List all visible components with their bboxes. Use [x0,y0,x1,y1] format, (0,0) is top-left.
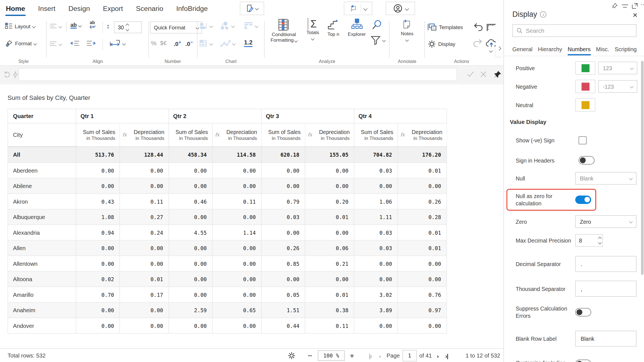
ribbon-expand-button[interactable] [496,40,502,57]
info-icon[interactable]: i [540,11,546,18]
first-page-button[interactable]: |‹ [369,349,372,362]
measure-header-sales[interactable]: Sum of Salesin Thousands [169,123,212,147]
positive-color-button[interactable] [575,61,595,75]
layout-button[interactable]: Layout [5,23,35,30]
panel-tab-general[interactable]: General [512,46,532,55]
decimal-display-button[interactable]: 1.2 [244,39,252,47]
table-row[interactable]: Abilene0.000.000.000.000.000.000.000.00 [8,178,447,194]
blank-row-input[interactable]: Blank [575,331,636,347]
measure-header-sales[interactable]: Sum of Salesin Thousands [354,123,398,147]
stepper-up-icon[interactable] [598,237,602,240]
panel-filter-lines-icon[interactable] [622,4,628,8]
conditional-formatting-button[interactable]: Conditional Formatting [266,18,302,43]
pivot-table[interactable]: QuarterQtr 1Qtr 2Qtr 3Qtr 4CitySum of Sa… [8,109,447,334]
panel-tab-hierarchy[interactable]: Hierarchy [538,46,562,55]
currency-format-button[interactable]: $€ [160,39,167,46]
add-comment-button[interactable] [344,2,372,15]
table-row[interactable]: Andover0.000.000.000.000.440.110.000.00 [8,318,447,333]
formula-cancel-icon[interactable] [480,71,486,77]
search-data-button[interactable] [371,19,382,30]
panel-more-icon[interactable]: ⋯ [641,1,644,8]
table-row[interactable]: Altoona0.020.010.000.000.000.000.000.00 [8,271,447,287]
panel-popout-icon[interactable] [632,3,638,9]
measure-header-sales[interactable]: Sum of Salesin Thousands [261,123,305,147]
stepper-up-icon[interactable] [126,24,129,27]
panel-tab-scripting[interactable]: Scripting [615,46,637,55]
panel-tab-numbers[interactable]: Numbers [568,46,591,55]
table-row[interactable]: Allen0.000.000.000.000.260.060.030.01 [8,240,447,256]
ruler-button[interactable] [486,23,496,32]
formula-input[interactable] [18,68,457,81]
hierarchy-chart-button[interactable] [221,22,234,30]
formula-confirm-icon[interactable] [467,71,474,77]
zoom-in-button[interactable]: + [350,349,354,362]
format-button[interactable]: Format [5,39,36,48]
account-button[interactable] [386,2,415,15]
top-n-button[interactable]: Top n [324,18,343,37]
horizontal-align-button[interactable] [49,41,61,47]
next-page-button[interactable]: › [437,349,439,362]
measure-header-depreciation[interactable]: fxDepreciationin Thousands [398,123,447,147]
status-settings-button[interactable] [288,349,296,362]
menu-tab-design[interactable]: Design [68,4,90,13]
increase-indent-button[interactable] [86,40,96,47]
text-direction-button[interactable]: ab [70,22,81,29]
increase-decimal-button[interactable]: .0+ [174,39,181,47]
stepper-down-icon[interactable] [126,27,129,31]
quarter-header[interactable]: Qtr 4 [354,109,447,123]
table-row[interactable]: Albuquerque1.080.270.000.000.030.011.110… [8,209,447,225]
panel-scrollbar[interactable] [641,61,644,275]
panel-tab-misc[interactable]: Misc. [596,46,609,55]
positive-format-dropdown[interactable]: 123 [598,62,638,74]
percent-format-button[interactable]: % [151,39,157,47]
negative-format-dropdown[interactable]: -123 [598,80,638,93]
suppress-errors-toggle[interactable] [575,308,591,316]
table-row[interactable]: Amarillo0.700.170.000.000.050.013.020.76 [8,287,447,302]
explorer-button[interactable]: Explorer [345,18,369,37]
chevron-down-icon[interactable] [489,49,493,52]
panel-search-box[interactable]: Search [512,24,636,37]
menu-tab-export[interactable]: Export [103,4,124,13]
filter-button[interactable] [371,35,385,45]
zoom-out-button[interactable]: − [308,349,312,362]
prev-page-button[interactable]: ‹ [379,349,381,362]
notes-button[interactable]: Notes [391,18,423,42]
edit-mode-button[interactable] [240,2,264,15]
table-row[interactable]: Allentown0.000.000.000.000.850.210.000.0… [8,256,447,271]
customize-indian-toggle[interactable] [575,360,591,362]
bar-chart-button[interactable] [200,22,212,30]
formula-flash-icon[interactable] [13,71,18,79]
menu-tab-home[interactable]: Home [6,4,26,13]
panel-pin-icon[interactable] [612,3,618,9]
quarter-header[interactable]: Qtr 3 [261,109,354,123]
last-page-button[interactable]: ›| [445,349,448,362]
table-row[interactable]: All513.76128.44458.34114.58620.18155.057… [8,147,447,163]
quick-format-dropdown[interactable]: Quick Format [150,22,202,34]
table-row[interactable]: Alexandria0.940.244.551.140.000.000.030.… [8,225,447,240]
totals-button[interactable]: Σ Totals [304,18,322,41]
measure-header-depreciation[interactable]: fxDepreciationin Thousands [212,123,262,147]
quarter-header[interactable]: Qtr 1 [76,109,169,123]
thousand-separator-input[interactable]: , [575,281,636,297]
measure-header-depreciation[interactable]: fxDepreciationin Thousands [120,123,169,147]
show-neg-sign-checkbox[interactable] [579,136,587,144]
panel-close-icon[interactable]: ✕ [633,11,638,19]
decimal-separator-input[interactable]: . [575,256,636,272]
measure-header-depreciation[interactable]: fxDepreciationin Thousands [305,123,354,147]
menu-tab-scenario[interactable]: Scenario [136,4,164,13]
menu-tab-infobridge[interactable]: InfoBridge [176,4,208,13]
decrease-decimal-button[interactable]: .0− [185,39,193,47]
undo-button[interactable] [473,23,483,32]
formula-pin-icon[interactable] [494,70,501,78]
decrease-indent-button[interactable] [70,40,80,47]
zero-dropdown[interactable]: Zero [575,215,636,228]
wrap-text-button[interactable]: ab c↵ [90,20,96,29]
page-input[interactable]: 1 [402,351,417,361]
max-decimal-stepper[interactable]: 8 [575,234,603,247]
line-chart-button[interactable] [221,40,235,48]
table-chart-button[interactable] [200,40,212,47]
neutral-color-button[interactable] [575,98,595,112]
negative-color-button[interactable] [575,80,595,93]
menu-tab-insert[interactable]: Insert [38,4,56,13]
null-as-zero-toggle[interactable] [575,196,591,204]
